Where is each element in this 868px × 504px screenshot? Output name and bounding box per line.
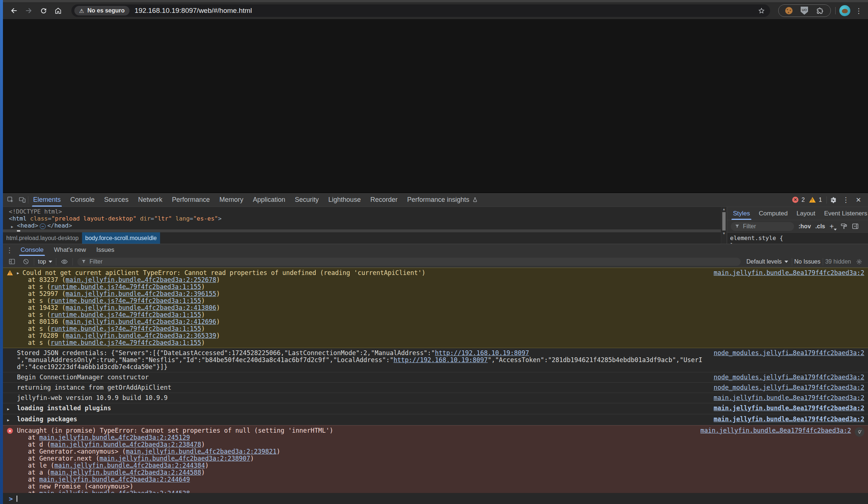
elements-tree[interactable]: <!DOCTYPE html><html class="preload layo…: [3, 207, 721, 229]
expand-triangle-icon[interactable]: ▶: [11, 223, 13, 229]
source-location-link[interactable]: main.jellyfin.bundle…8ea179f4fc2baed3a:2: [714, 416, 864, 423]
devtools-tab-network[interactable]: Network: [133, 193, 167, 207]
styles-tab-styles[interactable]: Styles: [729, 207, 754, 220]
stack-trace-link[interactable]: main.jellyfin.bundle…4fc2baed3a:2:244588: [50, 469, 201, 476]
stack-trace-link[interactable]: main.jellyfin.bundle…4fc2baed3a:2:245129: [39, 434, 190, 441]
breadcrumb-item[interactable]: html.preload.layout-desktop: [3, 232, 82, 244]
stack-trace-link[interactable]: main.jellyfin.bundle…4fc2baed3a:2:252678: [65, 276, 216, 283]
error-count[interactable]: 2: [801, 197, 805, 203]
warning-count[interactable]: 1: [819, 197, 822, 203]
source-location-link[interactable]: node_modules.jellyfi…8ea179f4fc2baed3a:2: [714, 384, 864, 391]
security-badge[interactable]: ⚠ No es seguro: [74, 6, 130, 15]
scroll-down-icon[interactable]: ▼: [722, 231, 726, 236]
devtools-tab-performance[interactable]: Performance: [167, 193, 215, 207]
dom-node-line[interactable]: <html class="preload layout-desktop" dir…: [3, 215, 721, 222]
stack-trace-link[interactable]: runtime.bundle.js?4e…79f4fc2baed3a:1:155: [50, 339, 201, 346]
stack-trace-link[interactable]: main.jellyfin.bundle…4fc2baed3a:2:412696: [65, 318, 216, 325]
stack-trace-link[interactable]: main.jellyfin.bundle…4fc2baed3a:2:413806: [65, 304, 216, 311]
ai-insight-icon[interactable]: [855, 427, 864, 437]
url-text[interactable]: 192.168.10.19:8097/web/#/home.html: [135, 7, 755, 15]
devtools-tab-recorder[interactable]: Recorder: [365, 193, 402, 207]
console-filter-input[interactable]: Filter: [77, 258, 740, 266]
devtools-tab-elements[interactable]: Elements: [28, 193, 65, 207]
devtools-tab-console[interactable]: Console: [65, 193, 99, 207]
elements-scrollbar[interactable]: ▲ ▼: [721, 207, 727, 244]
back-button[interactable]: [7, 4, 21, 17]
devtools-tab-memory[interactable]: Memory: [215, 193, 248, 207]
context-selector[interactable]: top: [36, 258, 54, 265]
devtools-tab-sources[interactable]: Sources: [99, 193, 133, 207]
issues-status[interactable]: No Issues: [794, 258, 821, 265]
log-levels-dropdown[interactable]: Default levels: [745, 258, 790, 265]
console-settings-gear-icon[interactable]: [853, 256, 865, 267]
styles-filter-input[interactable]: Filter: [731, 222, 794, 231]
sidebar-position-icon[interactable]: [852, 223, 859, 230]
stack-trace-link[interactable]: main.jellyfin.bundle…4fc2baed3a:2:239821: [126, 448, 276, 455]
styles-tab-event-listeners[interactable]: Event Listeners: [820, 207, 868, 220]
scroll-up-icon[interactable]: ▲: [722, 207, 726, 211]
source-location-link[interactable]: main.jellyfin.bundle…8ea179f4fc2baed3a:2: [714, 394, 864, 401]
drawer-tab-what-s-new[interactable]: What's new: [49, 244, 91, 256]
source-location-link[interactable]: node_modules.jellyfi…8ea179f4fc2baed3a:2: [714, 374, 864, 381]
toggle-classes-button[interactable]: .cls: [815, 223, 825, 230]
address-bar[interactable]: ⚠ No es seguro 192.168.10.19:8097/web/#/…: [71, 4, 770, 17]
stack-trace-link[interactable]: runtime.bundle.js?4e…79f4fc2baed3a:1:155: [50, 325, 201, 332]
stack-trace-link[interactable]: main.jellyfin.bundle…4fc2baed3a:2:244528: [39, 490, 190, 493]
ublock-extension-icon[interactable]: UO: [801, 7, 808, 15]
source-location-link[interactable]: main.jellyfin.bundle…8ea179f4fc2baed3a:2: [714, 405, 864, 412]
expand-triangle-icon[interactable]: ▶: [17, 269, 19, 276]
console-prompt[interactable]: >: [3, 493, 868, 504]
stack-trace-link[interactable]: main.jellyfin.bundle…4fc2baed3a:2:244649: [39, 476, 190, 483]
settings-gear-icon[interactable]: [828, 194, 839, 205]
clear-console-icon[interactable]: [20, 256, 32, 267]
new-style-rule-button[interactable]: +: [829, 223, 836, 230]
dom-node-line[interactable]: ▶<head>…</head>: [3, 222, 721, 229]
source-location-link[interactable]: main.jellyfin.bundle…8ea179f4fc2baed3a:2: [701, 427, 851, 434]
stack-trace-link[interactable]: main.jellyfin.bundle…4fc2baed3a:2:365339: [65, 332, 216, 339]
stack-trace-link[interactable]: runtime.bundle.js?4e…79f4fc2baed3a:1:155: [50, 297, 201, 304]
live-expression-eye-icon[interactable]: [59, 256, 70, 267]
devtools-menu-icon[interactable]: ⋮: [840, 194, 852, 205]
stack-trace-link[interactable]: http://192.168.10.19:8097: [435, 349, 529, 357]
stack-trace-link[interactable]: http://192.168.10.19:8097: [394, 356, 488, 364]
stack-trace-link[interactable]: main.jellyfin.bundle…4fc2baed3a:2:396155: [65, 290, 216, 297]
cookie-extension-icon[interactable]: [785, 7, 793, 14]
error-count-icon[interactable]: ✕: [792, 197, 798, 203]
warning-count-icon[interactable]: !: [809, 197, 816, 203]
drawer-menu-icon[interactable]: ⋮: [4, 244, 15, 255]
devtools-tab-application[interactable]: Application: [248, 193, 290, 207]
styles-tab-layout[interactable]: Layout: [792, 207, 820, 220]
console-sidebar-icon[interactable]: [6, 256, 18, 267]
console-messages[interactable]: !▶Could not get current apiClient TypeEr…: [3, 268, 868, 493]
source-location-link[interactable]: main.jellyfin.bundle…8ea179f4fc2baed3a:2: [714, 269, 864, 276]
scrollbar-thumb[interactable]: [722, 212, 726, 230]
devtools-tab-lighthouse[interactable]: Lighthouse: [323, 193, 365, 207]
stack-trace-link[interactable]: runtime.bundle.js?4e…79f4fc2baed3a:1:155: [50, 311, 201, 318]
drawer-tab-console[interactable]: Console: [15, 244, 49, 256]
toggle-hover-state-button[interactable]: :hov: [798, 223, 811, 230]
expand-triangle-icon[interactable]: ▶: [7, 417, 9, 423]
stack-trace-link[interactable]: main.jellyfin.bundle…4fc2baed3a:2:238907: [99, 455, 250, 462]
extensions-puzzle-icon[interactable]: [816, 7, 824, 15]
hidden-messages-count[interactable]: 39 hidden: [825, 258, 851, 265]
drawer-tab-issues[interactable]: Issues: [91, 244, 120, 256]
breadcrumb-item[interactable]: body.force-scroll.mouseIdle: [82, 232, 160, 244]
devtools-tab-security[interactable]: Security: [290, 193, 323, 207]
devtools-tab-performance-insights[interactable]: Performance insights: [402, 193, 482, 207]
inline-expand-icon[interactable]: …: [40, 224, 46, 229]
selected-body-row-partial[interactable]: [3, 229, 721, 232]
dom-node-line[interactable]: <!DOCTYPE html>: [3, 208, 721, 215]
device-toolbar-icon[interactable]: [16, 194, 28, 205]
browser-menu-icon[interactable]: ⋮: [854, 7, 864, 15]
element-style-rule[interactable]: element.style {: [730, 235, 868, 242]
home-button[interactable]: [52, 4, 65, 17]
stack-trace-link[interactable]: runtime.bundle.js?4e…79f4fc2baed3a:1:155: [50, 283, 201, 290]
devtools-close-icon[interactable]: ✕: [853, 194, 864, 205]
page-viewport[interactable]: [3, 19, 868, 193]
bookmark-star-icon[interactable]: [755, 5, 767, 17]
expand-triangle-icon[interactable]: ▶: [7, 405, 9, 412]
inspect-element-icon[interactable]: [4, 194, 16, 205]
forward-button[interactable]: [22, 4, 35, 17]
profile-avatar[interactable]: [839, 5, 850, 16]
stack-trace-link[interactable]: main.jellyfin.bundle…4fc2baed3a:2:244384: [54, 462, 205, 469]
